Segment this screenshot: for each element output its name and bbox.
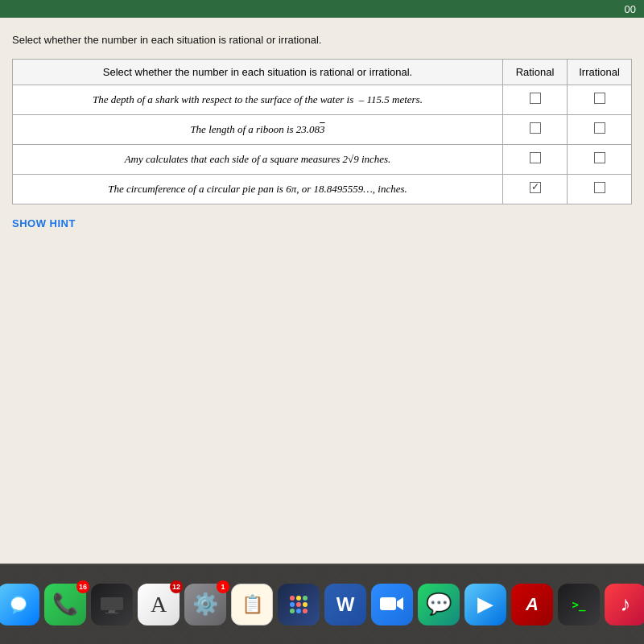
terminal-icon: >_ — [558, 584, 600, 625]
settings-badge: 1 — [217, 580, 229, 593]
row3-rational-cell — [503, 145, 568, 175]
row4-rational-cell — [503, 175, 568, 204]
dock-item-phone[interactable]: 📞 16 — [44, 584, 86, 625]
dock-item-fontbook[interactable]: A 12 — [138, 584, 180, 625]
table-header-rational: Rational — [503, 60, 568, 85]
dock-item-imovie[interactable]: ▶ — [464, 584, 506, 625]
launchpad-icon — [278, 584, 320, 625]
content-area: Select whether the number in each situat… — [0, 18, 644, 564]
svg-point-13 — [303, 609, 308, 613]
dock-item-whatsapp[interactable]: 💬 — [418, 584, 460, 625]
fontbook-badge: 12 — [170, 580, 183, 593]
dock-item-appletv[interactable] — [91, 584, 133, 625]
svg-marker-15 — [397, 597, 403, 610]
row1-rational-cell — [503, 85, 568, 115]
svg-point-11 — [290, 609, 295, 613]
row2-irrational-checkbox[interactable] — [594, 122, 605, 134]
table-row: The length of a riboon is 23.083 — [13, 115, 632, 145]
row2-description: The length of a riboon is 23.083 — [13, 115, 503, 145]
row4-rational-checkbox[interactable] — [530, 182, 541, 193]
dock-item-terminal[interactable]: >_ — [558, 584, 600, 625]
row2-rational-checkbox[interactable] — [530, 122, 541, 134]
top-bar: 00 — [0, 0, 644, 18]
dock-item-reminders[interactable]: 📋 — [231, 584, 273, 625]
row4-irrational-checkbox[interactable] — [594, 182, 605, 193]
phone-icon: 📞 16 — [44, 584, 86, 625]
row4-irrational-cell — [568, 175, 632, 204]
row3-irrational-cell — [568, 145, 632, 175]
dock-item-music[interactable]: ♪ — [605, 584, 644, 625]
imovie-icon: ▶ — [464, 584, 506, 625]
svg-point-6 — [296, 596, 301, 601]
row3-description: Amy calculates that each side of a squar… — [13, 145, 503, 175]
dock-item-word[interactable]: W — [324, 584, 366, 625]
row2-rational-cell — [503, 115, 568, 145]
row4-description: The circumference of a circular pie pan … — [13, 175, 503, 204]
dock-item-messages[interactable] — [0, 584, 39, 625]
svg-rect-14 — [380, 597, 396, 610]
settings-icon: ⚙️ 1 — [184, 584, 226, 625]
music-icon: ♪ — [605, 584, 644, 625]
zoom-icon — [371, 584, 413, 625]
row3-irrational-checkbox[interactable] — [594, 152, 605, 163]
row1-description: The depth of a shark with respect to the… — [13, 85, 503, 115]
dock-item-zoom[interactable] — [371, 584, 413, 625]
whatsapp-icon: 💬 — [418, 584, 460, 625]
svg-point-8 — [290, 602, 295, 607]
table-row: The depth of a shark with respect to the… — [13, 85, 632, 115]
svg-point-10 — [303, 602, 308, 607]
acrobat-icon: A — [511, 584, 553, 625]
instruction-text: Select whether the number in each situat… — [12, 34, 632, 46]
show-hint-button[interactable]: SHOW HINT — [12, 217, 632, 229]
table-row: Amy calculates that each side of a squar… — [13, 145, 632, 175]
svg-point-1 — [11, 597, 26, 610]
reminders-icon: 📋 — [231, 584, 273, 625]
dock-item-launchpad[interactable] — [278, 584, 320, 625]
svg-point-5 — [290, 596, 295, 601]
dock: 📞 16 A 12 ⚙️ 1 📋 — [0, 564, 644, 644]
dock-item-settings[interactable]: ⚙️ 1 — [184, 584, 226, 625]
fontbook-icon: A 12 — [138, 584, 180, 625]
dock-item-acrobat[interactable]: A — [511, 584, 553, 625]
row3-rational-checkbox[interactable] — [530, 152, 541, 163]
word-icon: W — [324, 584, 366, 625]
table-header-description: Select whether the number in each situat… — [13, 60, 503, 85]
quiz-table: Select whether the number in each situat… — [12, 59, 632, 204]
row1-irrational-checkbox[interactable] — [594, 93, 605, 104]
messages-icon — [0, 584, 39, 625]
phone-badge: 16 — [76, 580, 89, 593]
svg-point-7 — [303, 596, 308, 601]
svg-point-12 — [296, 609, 301, 613]
clock: 00 — [625, 3, 636, 15]
svg-rect-4 — [105, 613, 118, 613]
svg-rect-2 — [101, 597, 123, 610]
row1-rational-checkbox[interactable] — [530, 93, 541, 104]
table-row: The circumference of a circular pie pan … — [13, 175, 632, 204]
svg-point-9 — [296, 602, 301, 607]
appletv-icon — [91, 584, 133, 625]
svg-rect-3 — [109, 610, 115, 613]
row2-irrational-cell — [568, 115, 632, 145]
row1-irrational-cell — [568, 85, 632, 115]
table-header-irrational: Irrational — [568, 60, 632, 85]
